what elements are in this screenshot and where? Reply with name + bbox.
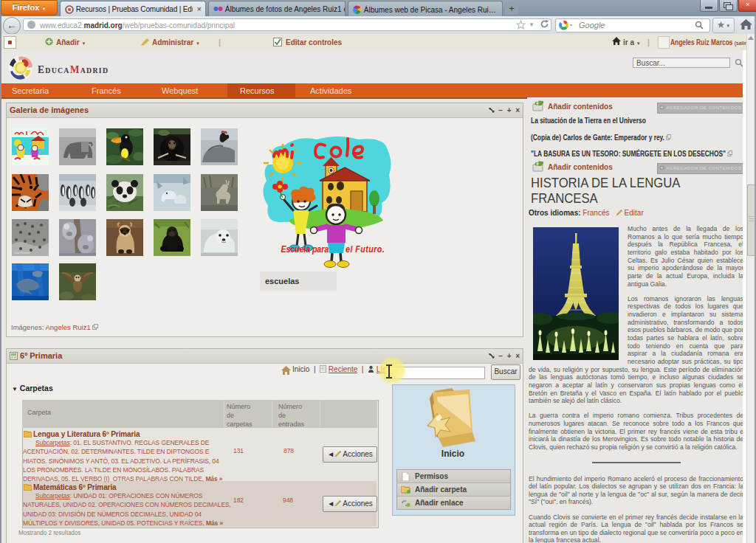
svg-text:el Futuro.: el Futuro. bbox=[346, 243, 385, 254]
svg-text:Escuela para: Escuela para bbox=[281, 243, 329, 254]
svg-text:Uwe Ramos: Uwe Ramos bbox=[14, 251, 30, 255]
